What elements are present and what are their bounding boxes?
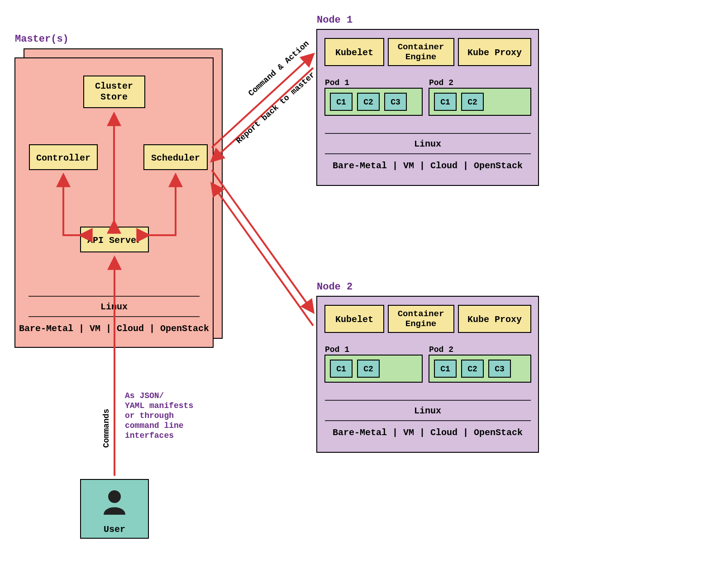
controller-label: Controller [36,153,91,163]
node1-pod1-title: Pod 1 [325,78,349,87]
node2-title: Node 2 [317,281,353,293]
master-title: Master(s) [15,33,69,45]
user-label: User [104,524,125,535]
node2-infra: Bare-Metal | VM | Cloud | OpenStack [333,427,523,438]
node2-pod2-c1-l: C1 [440,365,450,374]
arrow-report-label: Report back to master [234,70,317,146]
arrow-cmd-action [212,54,313,147]
node1-pod2-c1-l: C1 [440,98,450,107]
user-note-l1: As JSON/ [125,391,164,400]
user-note-l4: command line [125,421,184,430]
node2-pod1-c1-l: C1 [336,365,346,374]
node2-kp: Kube Proxy [467,314,522,325]
node1-pod1-c2-l: C2 [363,98,373,107]
node1-title: Node 1 [317,14,353,26]
node1-kubelet: Kubelet [335,47,373,58]
node2-kubelet: Kubelet [335,314,373,325]
arrow-to-node2 [212,170,313,312]
node1-os: Linux [414,139,441,149]
node1-ce-l1: Container [398,42,444,52]
cluster-store-l1: Cluster [95,81,133,91]
svg-point-0 [108,490,121,503]
node1-pod1-c1-l: C1 [336,98,346,107]
node2-pod1-title: Pod 1 [325,345,349,354]
user-note-l5: interfaces [125,431,174,440]
node1-ce-l2: Engine [405,52,436,62]
node1-infra: Bare-Metal | VM | Cloud | OpenStack [333,161,523,171]
api-server-label: API Server [87,235,142,246]
cluster-store-l2: Store [100,92,128,102]
node2-ce-l2: Engine [405,319,436,329]
arrow-from-node2 [212,184,313,326]
user-note-l2: YAML manifests [125,401,193,410]
node2-pod2-c2-l: C2 [467,365,477,374]
node2-pod1-c2-l: C2 [363,365,373,374]
user-note-l3: or through [125,411,174,420]
node1-pod2-c2-l: C2 [467,98,477,107]
scheduler-label: Scheduler [151,153,200,163]
node1-kp: Kube Proxy [467,47,522,58]
node2-pod2-c3-l: C3 [495,365,505,374]
arrow-commands-label: Commands [102,409,111,448]
node2-pod2-title: Pod 2 [429,345,453,354]
node1-pod2-title: Pod 2 [429,78,453,87]
node1-pod1-c3-l: C3 [391,98,400,107]
node2-ce-l1: Container [398,309,444,319]
node2-os: Linux [414,406,441,416]
